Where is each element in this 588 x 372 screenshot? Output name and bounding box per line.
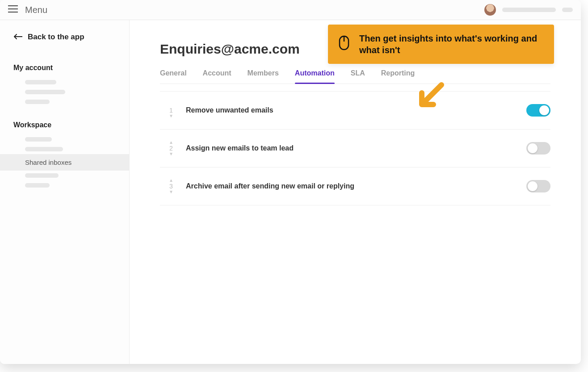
rule-toggle[interactable]	[526, 142, 550, 155]
sidebar-skeleton	[0, 180, 129, 190]
tab-reporting[interactable]: Reporting	[381, 69, 415, 84]
app-window: Menu Back to the app My account Workspac…	[0, 0, 581, 364]
rule-order: ▲2▼	[160, 141, 182, 155]
rule-order: ▲3▼	[160, 179, 182, 193]
sidebar-section-workspace: Workspace	[0, 115, 129, 134]
arrow-down-left-icon	[416, 79, 447, 113]
sidebar-skeleton	[0, 87, 129, 97]
placeholder-pill	[562, 8, 573, 12]
back-to-app-link[interactable]: Back to the app	[0, 33, 129, 58]
callout-tooltip: Then get insights into what's working an…	[328, 25, 554, 64]
rule-order: ▲1▼	[160, 103, 182, 117]
move-down-icon[interactable]: ▼	[169, 191, 173, 193]
rule-index: 1	[169, 107, 173, 114]
avatar[interactable]	[484, 4, 496, 16]
rule-toggle[interactable]	[526, 180, 550, 192]
rule-toggle[interactable]	[526, 104, 550, 117]
main: Enquiries@acme.com GeneralAccountMembers…	[130, 20, 581, 364]
topbar-right	[484, 4, 573, 16]
body: Back to the app My account Workspace Sha…	[0, 20, 581, 364]
topbar-left: Menu	[8, 5, 47, 15]
rule-label: Archive email after sending new email or…	[182, 182, 526, 190]
tab-automation[interactable]: Automation	[295, 69, 335, 84]
arrow-left-icon	[13, 33, 22, 42]
menu-label: Menu	[25, 5, 47, 15]
callout-text: Then get insights into what's working an…	[359, 33, 543, 56]
sidebar-skeleton	[0, 171, 129, 180]
move-up-icon[interactable]: ▲	[169, 141, 173, 144]
rules-list: ▲1▼Remove unwanted emails▲2▼Assign new e…	[160, 91, 550, 205]
mouse-icon	[339, 35, 349, 53]
sidebar: Back to the app My account Workspace Sha…	[0, 20, 130, 364]
tab-general[interactable]: General	[160, 69, 187, 84]
sidebar-skeleton	[0, 77, 129, 87]
rule-label: Remove unwanted emails	[182, 106, 526, 114]
sidebar-skeleton	[0, 144, 129, 154]
move-up-icon[interactable]: ▲	[169, 179, 173, 182]
rule-index: 2	[169, 145, 173, 152]
tab-sla[interactable]: SLA	[351, 69, 365, 84]
rule-row: ▲1▼Remove unwanted emails	[160, 91, 550, 130]
tab-members[interactable]: Members	[248, 69, 279, 84]
placeholder-pill	[502, 8, 556, 12]
rule-row: ▲3▼Archive email after sending new email…	[160, 167, 550, 205]
move-down-icon[interactable]: ▼	[169, 153, 173, 155]
topbar: Menu	[0, 0, 581, 20]
sidebar-item-shared-inboxes[interactable]: Shared inboxes	[0, 154, 129, 171]
tabs: GeneralAccountMembersAutomationSLAReport…	[160, 69, 550, 84]
sidebar-skeleton	[0, 97, 129, 107]
sidebar-skeleton	[0, 134, 129, 144]
rule-row: ▲2▼Assign new emails to team lead	[160, 130, 550, 167]
move-down-icon[interactable]: ▼	[169, 115, 173, 117]
rule-label: Assign new emails to team lead	[182, 144, 526, 152]
rule-index: 3	[169, 183, 173, 190]
back-label: Back to the app	[28, 33, 84, 42]
sidebar-section-account: My account	[0, 58, 129, 77]
hamburger-icon[interactable]	[8, 5, 18, 14]
tab-account[interactable]: Account	[203, 69, 231, 84]
